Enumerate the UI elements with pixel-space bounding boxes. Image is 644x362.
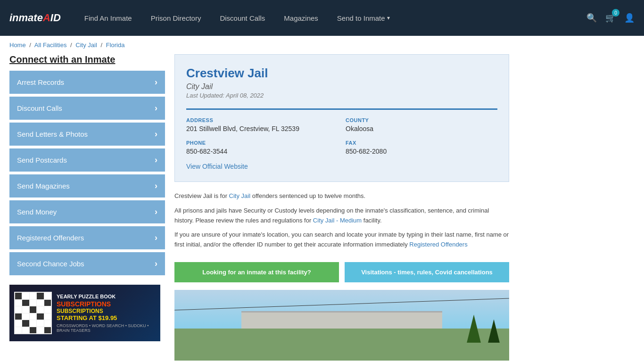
- breadcrumb: Home / All Facilities / City Jail / Flor…: [0, 36, 644, 54]
- facility-name: Crestview Jail: [186, 66, 497, 81]
- sidebar-item-send-magazines[interactable]: Send Magazines ›: [9, 174, 165, 197]
- find-inmate-button[interactable]: Looking for an inmate at this facility?: [174, 262, 339, 282]
- breadcrumb-home[interactable]: Home: [9, 41, 26, 49]
- desc-paragraph-3: If you are unsure of your inmate's locat…: [174, 230, 509, 250]
- chevron-down-icon: ▾: [387, 15, 390, 21]
- city-jail-link-1[interactable]: City Jail: [229, 192, 251, 199]
- facility-card: Crestview Jail City Jail Last Updated: A…: [174, 54, 509, 182]
- main-layout: Connect with an Inmate Arrest Records › …: [0, 54, 519, 361]
- phone-value: 850-682-3544: [186, 148, 338, 155]
- nav-find-inmate[interactable]: Find An Inmate: [84, 14, 132, 22]
- sidebar-item-discount-calls[interactable]: Discount Calls ›: [9, 97, 165, 120]
- puzzle-grid-image: [14, 292, 52, 334]
- ad-line2: SUBSCRIPTIONS: [57, 300, 156, 308]
- main-content: Crestview Jail City Jail Last Updated: A…: [174, 54, 509, 361]
- ad-line3: SUBSCRIPTIONS: [57, 308, 156, 314]
- address-block: ADDRESS 201 Stillwell Blvd, Crestview, F…: [186, 117, 338, 132]
- sidebar-item-send-money[interactable]: Send Money ›: [9, 200, 165, 223]
- chevron-right-icon: ›: [155, 207, 157, 217]
- ground-layer: [174, 329, 509, 361]
- view-website-link[interactable]: View Official Website: [186, 163, 248, 170]
- phone-label: PHONE: [186, 140, 338, 146]
- sidebar-item-second-chance-jobs[interactable]: Second Chance Jobs ›: [9, 252, 165, 275]
- chevron-right-icon: ›: [155, 181, 157, 191]
- logo[interactable]: inmateAID: [9, 12, 61, 24]
- sidebar-item-label: Send Letters & Photos: [17, 130, 88, 138]
- chevron-right-icon: ›: [155, 259, 157, 269]
- cart-badge: 0: [612, 9, 619, 16]
- sidebar-item-label: Second Chance Jobs: [17, 260, 84, 268]
- sidebar-item-label: Arrest Records: [17, 78, 64, 86]
- fax-block: FAX 850-682-2080: [346, 140, 497, 155]
- fax-value: 850-682-2080: [346, 148, 497, 155]
- registered-offenders-link[interactable]: Registered Offenders: [409, 241, 467, 248]
- user-icon[interactable]: 👤: [624, 13, 635, 23]
- sidebar-item-label: Send Money: [17, 208, 57, 216]
- nav-prison-directory[interactable]: Prison Directory: [151, 14, 201, 22]
- main-nav: Find An Inmate Prison Directory Discount…: [84, 14, 572, 22]
- chevron-right-icon: ›: [155, 155, 157, 165]
- breadcrumb-florida[interactable]: Florida: [106, 41, 125, 49]
- address-value: 201 Stillwell Blvd, Crestview, FL 32539: [186, 125, 338, 132]
- facility-last-updated: Last Updated: April 08, 2022: [186, 92, 497, 99]
- breadcrumb-all-facilities[interactable]: All Facilities: [34, 41, 67, 49]
- desc-paragraph-1: Crestview Jail is for City Jail offender…: [174, 191, 509, 201]
- sidebar-item-arrest-records[interactable]: Arrest Records ›: [9, 71, 165, 94]
- facility-image: [174, 290, 509, 361]
- cart-wrapper[interactable]: 🛒 0: [605, 13, 616, 23]
- county-block: COUNTY Okaloosa: [346, 117, 497, 132]
- ad-price: STARTING AT $19.95: [57, 314, 156, 321]
- ad-banner[interactable]: YEARLY PUZZLE BOOK SUBSCRIPTIONS SUBSCRI…: [9, 285, 160, 341]
- sidebar-item-label: Registered Offenders: [17, 234, 84, 242]
- sidebar-item-label: Discount Calls: [17, 104, 62, 112]
- address-label: ADDRESS: [186, 117, 338, 123]
- city-jail-medium-link[interactable]: City Jail - Medium: [313, 217, 362, 224]
- action-buttons: Looking for an inmate at this facility? …: [174, 262, 509, 282]
- visitations-button[interactable]: Visitations - times, rules, Covid cancel…: [345, 262, 509, 282]
- fax-label: FAX: [346, 140, 497, 146]
- sidebar: Connect with an Inmate Arrest Records › …: [9, 54, 165, 361]
- chevron-right-icon: ›: [155, 129, 157, 139]
- desc-paragraph-2: All prisons and jails have Security or C…: [174, 206, 509, 226]
- chevron-right-icon: ›: [155, 77, 157, 87]
- sidebar-item-send-postcards[interactable]: Send Postcards ›: [9, 148, 165, 172]
- facility-info-grid: ADDRESS 201 Stillwell Blvd, Crestview, F…: [186, 108, 497, 155]
- nav-magazines[interactable]: Magazines: [284, 14, 318, 22]
- phone-block: PHONE 850-682-3544: [186, 140, 338, 155]
- logo-text: inmateAID: [9, 12, 61, 24]
- chevron-right-icon: ›: [155, 233, 157, 243]
- nav-send-to-inmate[interactable]: Send to Inmate ▾: [337, 14, 390, 22]
- sidebar-item-label: Send Postcards: [17, 156, 67, 164]
- description-section: Crestview Jail is for City Jail offender…: [174, 191, 509, 262]
- header-icons: 🔍 🛒 0 👤: [586, 13, 635, 23]
- facility-type: City Jail: [186, 82, 497, 91]
- ad-types: CROSSWORDS • WORD SEARCH • SUDOKU • BRAI…: [57, 323, 156, 333]
- sidebar-item-label: Send Magazines: [17, 182, 70, 190]
- chevron-right-icon: ›: [155, 103, 157, 113]
- header: inmateAID Find An Inmate Prison Director…: [0, 0, 644, 36]
- sidebar-item-registered-offenders[interactable]: Registered Offenders ›: [9, 226, 165, 249]
- ad-content: YEARLY PUZZLE BOOK SUBSCRIPTIONS SUBSCRI…: [9, 285, 160, 341]
- breadcrumb-city-jail[interactable]: City Jail: [75, 41, 97, 49]
- connect-title: Connect with an Inmate: [9, 54, 165, 65]
- nav-discount-calls[interactable]: Discount Calls: [220, 14, 265, 22]
- sidebar-item-send-letters[interactable]: Send Letters & Photos ›: [9, 123, 165, 146]
- county-value: Okaloosa: [346, 125, 497, 132]
- ad-line1: YEARLY PUZZLE BOOK: [57, 293, 156, 300]
- search-icon[interactable]: 🔍: [586, 13, 597, 23]
- county-label: COUNTY: [346, 117, 497, 123]
